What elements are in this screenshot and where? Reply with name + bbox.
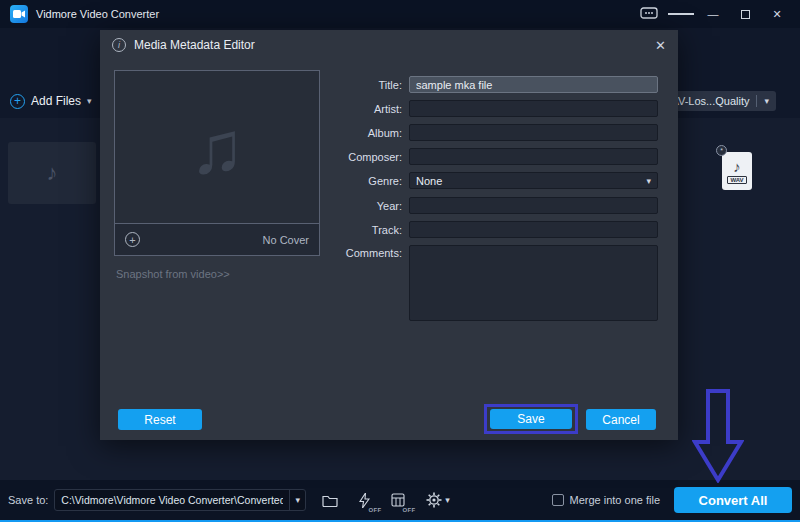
menu-icon[interactable] bbox=[668, 4, 694, 24]
genre-label: Genre: bbox=[332, 175, 402, 187]
save-to-label: Save to: bbox=[8, 494, 48, 506]
media-metadata-editor-dialog: i Media Metadata Editor ✕ ♫ + No Cover S… bbox=[100, 30, 678, 440]
title-input[interactable] bbox=[409, 76, 658, 93]
close-button[interactable]: ✕ bbox=[764, 4, 790, 24]
chevron-down-icon: ▾ bbox=[445, 495, 450, 505]
music-note-icon: ♪ bbox=[733, 159, 741, 174]
settings-dropdown[interactable]: ▾ bbox=[426, 492, 450, 508]
open-folder-button[interactable] bbox=[320, 489, 340, 511]
gear-icon bbox=[426, 492, 442, 508]
track-input[interactable] bbox=[409, 221, 658, 238]
plus-icon: + bbox=[10, 94, 25, 109]
save-button[interactable]: Save bbox=[490, 409, 572, 429]
comments-textarea[interactable] bbox=[409, 245, 658, 321]
no-cover-label: No Cover bbox=[263, 234, 309, 246]
minimize-button[interactable]: — bbox=[700, 4, 726, 24]
save-path-field[interactable]: ▾ bbox=[54, 489, 306, 511]
maximize-button[interactable] bbox=[732, 4, 758, 24]
comments-label: Comments: bbox=[332, 247, 402, 259]
edit-settings-badge-icon[interactable]: * bbox=[716, 145, 727, 156]
year-label: Year: bbox=[332, 200, 402, 212]
field-row-composer: Composer: bbox=[332, 148, 658, 165]
app-title: Vidmore Video Converter bbox=[36, 8, 159, 20]
field-row-title: Title: bbox=[332, 76, 658, 93]
music-note-icon: ♪ bbox=[47, 160, 58, 186]
title-label: Title: bbox=[332, 79, 402, 91]
year-input[interactable] bbox=[409, 197, 658, 214]
chevron-down-icon: ▾ bbox=[764, 96, 769, 106]
album-label: Album: bbox=[332, 127, 402, 139]
field-row-year: Year: bbox=[332, 197, 658, 214]
snapshot-from-video-link[interactable]: Snapshot from video>> bbox=[116, 268, 230, 280]
chevron-down-icon: ▾ bbox=[646, 176, 651, 186]
titlebar: Vidmore Video Converter — ✕ bbox=[0, 0, 800, 28]
composer-input[interactable] bbox=[409, 148, 658, 165]
output-file-icon[interactable]: * ♪ WAV bbox=[722, 152, 752, 190]
field-row-album: Album: bbox=[332, 124, 658, 141]
info-icon: i bbox=[112, 38, 126, 52]
save-path-input[interactable] bbox=[55, 494, 289, 506]
add-files-button[interactable]: + Add Files ▾ bbox=[10, 90, 92, 112]
chevron-down-icon: ▾ bbox=[296, 495, 301, 505]
add-files-label: Add Files bbox=[31, 94, 81, 108]
artist-input[interactable] bbox=[409, 100, 658, 117]
task-schedule-icon[interactable]: OFF bbox=[388, 489, 408, 511]
reset-button[interactable]: Reset bbox=[118, 409, 202, 430]
music-note-icon: ♫ bbox=[189, 105, 245, 190]
save-annotation-box: Save bbox=[484, 404, 578, 434]
media-file-tile[interactable]: ♪ bbox=[8, 142, 96, 204]
field-row-track: Track: bbox=[332, 221, 658, 238]
task-off-badge: OFF bbox=[401, 507, 416, 513]
cancel-button[interactable]: Cancel bbox=[586, 409, 656, 430]
artist-label: Artist: bbox=[332, 103, 402, 115]
chevron-down-icon: ▾ bbox=[87, 96, 92, 106]
dialog-close-icon[interactable]: ✕ bbox=[655, 38, 666, 53]
dialog-title: Media Metadata Editor bbox=[134, 38, 255, 52]
cover-art-placeholder: ♫ bbox=[115, 71, 319, 223]
composer-label: Composer: bbox=[332, 151, 402, 163]
merge-into-one-file-checkbox[interactable]: Merge into one file bbox=[552, 494, 661, 506]
field-row-artist: Artist: bbox=[332, 100, 658, 117]
divider bbox=[756, 95, 757, 107]
cover-strip: + No Cover bbox=[115, 223, 319, 255]
dialog-header: i Media Metadata Editor ✕ bbox=[100, 30, 678, 60]
annotation-arrow-icon bbox=[692, 389, 744, 483]
convert-all-button[interactable]: Convert All bbox=[674, 487, 792, 513]
checkbox-icon[interactable] bbox=[552, 494, 564, 506]
album-input[interactable] bbox=[409, 124, 658, 141]
vidmore-window: { "app": { "title": "Vidmore Video Conve… bbox=[0, 0, 800, 522]
app-logo-icon bbox=[10, 5, 28, 23]
hw-off-badge: OFF bbox=[367, 507, 382, 513]
track-label: Track: bbox=[332, 224, 402, 236]
field-row-genre: Genre: None ▾ bbox=[332, 172, 658, 189]
add-cover-button[interactable]: + bbox=[125, 232, 140, 247]
format-badge: WAV bbox=[727, 176, 746, 184]
path-dropdown[interactable]: ▾ bbox=[289, 490, 305, 510]
merge-label: Merge into one file bbox=[570, 494, 661, 506]
cover-art-box: ♫ + No Cover bbox=[114, 70, 320, 256]
feedback-icon[interactable] bbox=[636, 4, 662, 24]
hardware-acceleration-icon[interactable]: OFF bbox=[354, 489, 374, 511]
genre-select[interactable]: None ▾ bbox=[409, 172, 658, 189]
field-row-comments: Comments: bbox=[332, 245, 658, 321]
genre-value: None bbox=[416, 175, 646, 187]
bottom-bar: Save to: ▾ OFF OFF ▾ Merge into one file… bbox=[0, 480, 800, 520]
